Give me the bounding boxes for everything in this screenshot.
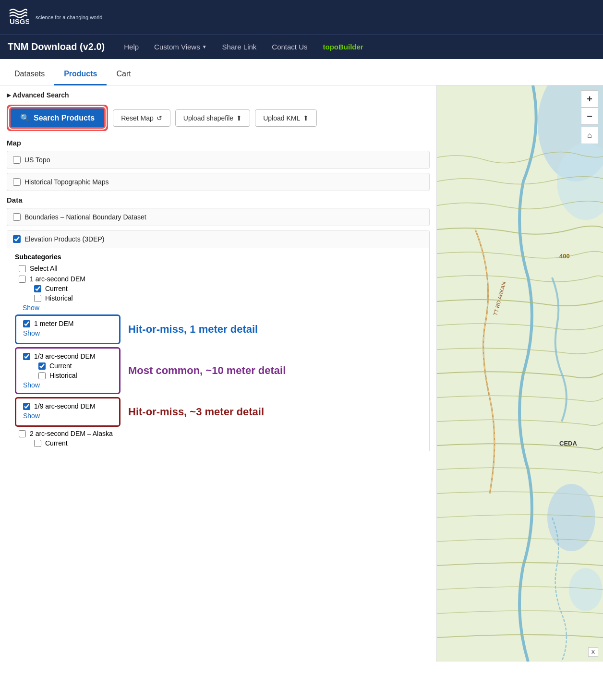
subcategories-title: Subcategories [15, 253, 422, 261]
tab-products[interactable]: Products [54, 65, 107, 85]
upload-icon: ⬆ [236, 114, 242, 122]
13arc-historical-label[interactable]: Historical [49, 372, 77, 379]
2arc-current-item: Current [34, 439, 422, 447]
navbar: TNM Download (v2.0) Help Custom Views ▼ … [0, 34, 603, 59]
search-products-button[interactable]: 🔍 Search Products [9, 107, 106, 129]
13arc-current-label[interactable]: Current [49, 362, 72, 370]
1meter-show-link[interactable]: Show [23, 329, 112, 337]
dataset-us-topo: US Topo [7, 151, 430, 169]
nav-custom-views[interactable]: Custom Views ▼ [146, 35, 215, 60]
national-boundary-checkbox[interactable] [13, 213, 21, 221]
data-section-header: Data [7, 196, 430, 204]
chevron-down-icon: ▼ [202, 44, 207, 49]
2-arc-alaska-checkbox[interactable] [19, 430, 26, 437]
elevation-products-box: Elevation Products (3DEP) Subcategories … [7, 230, 430, 452]
1-3-arc-dem-row: 1/3 arc-second DEM Current Historical [15, 347, 422, 394]
1-9-arc-dem-item: 1/9 arc-second DEM [23, 402, 112, 410]
1arc-current-item: Current [34, 285, 422, 292]
logo-icon: USGS [8, 5, 29, 29]
tab-datasets[interactable]: Datasets [5, 65, 54, 85]
dataset-national-boundary: Boundaries – National Boundary Dataset [7, 208, 430, 226]
reset-icon: ↺ [157, 114, 162, 122]
zoom-out-button[interactable]: − [581, 108, 598, 125]
map-section-header: Map [7, 139, 430, 147]
13arc-historical-item: Historical [38, 372, 112, 379]
logo-tagline: science for a changing world [36, 14, 102, 20]
2-arc-alaska-label[interactable]: 2 arc-second DEM – Alaska [30, 430, 113, 437]
search-icon: 🔍 [20, 113, 30, 122]
left-panel: Advanced Search 🔍 Search Products Reset … [0, 85, 437, 662]
us-topo-checkbox[interactable] [13, 156, 21, 164]
select-all-checkbox[interactable] [19, 265, 26, 272]
19arc-show-link[interactable]: Show [23, 412, 112, 420]
1-9-arc-dem-box: 1/9 arc-second DEM Show [15, 397, 121, 427]
1-3-arc-dem-title: 1/3 arc-second DEM [23, 352, 112, 360]
2-arc-alaska-title: 2 arc-second DEM – Alaska [19, 430, 422, 437]
1-3-arc-dem-checkbox[interactable] [23, 353, 30, 360]
1-arc-dem-checkbox[interactable] [19, 276, 26, 283]
1-meter-dem-label[interactable]: 1 meter DEM [34, 320, 73, 327]
us-topo-label[interactable]: US Topo [24, 156, 50, 164]
upload-kml-icon: ⬆ [303, 114, 309, 122]
logo-text-block: science for a changing world [36, 14, 102, 20]
home-button[interactable]: ⌂ [581, 127, 598, 144]
elevation-header: Elevation Products (3DEP) [7, 230, 429, 248]
nav-topo-builder[interactable]: topoBuilder [315, 35, 371, 60]
1-arc-dem-label[interactable]: 1 arc-second DEM [30, 275, 85, 283]
reset-map-button[interactable]: Reset Map ↺ [113, 109, 170, 127]
1arc-historical-label[interactable]: Historical [45, 294, 73, 302]
tabs-bar: Datasets Products Cart [0, 59, 603, 85]
1-9-arc-dem-row: 1/9 arc-second DEM Show Hit-or-miss, ~3 … [15, 397, 422, 427]
nav-contact-us[interactable]: Contact Us [264, 35, 315, 60]
upload-kml-button[interactable]: Upload KML ⬆ [255, 109, 317, 127]
map-controls: + − ⌂ [581, 90, 598, 144]
1-meter-dem-item: 1 meter DEM [23, 320, 112, 327]
13arc-historical-checkbox[interactable] [38, 372, 46, 379]
nav-title: TNM Download (v2.0) [8, 41, 105, 52]
1-9-arc-dem-checkbox[interactable] [23, 403, 30, 410]
1-3-arc-dem-label[interactable]: 1/3 arc-second DEM [34, 352, 96, 360]
13arc-current-checkbox[interactable] [38, 362, 46, 370]
2-arc-alaska-group: 2 arc-second DEM – Alaska Current [19, 430, 422, 447]
svg-point-8 [547, 484, 595, 551]
logo-area: USGS science for a changing world [8, 5, 102, 29]
advanced-search-toggle[interactable]: Advanced Search [7, 91, 430, 99]
1arc-show-link[interactable]: Show [23, 304, 422, 312]
1-9-arc-dem-label[interactable]: 1/9 arc-second DEM [34, 402, 96, 410]
button-row: 🔍 Search Products Reset Map ↺ Upload sha… [7, 105, 430, 131]
1arc-historical-checkbox[interactable] [34, 295, 41, 302]
svg-text:400: 400 [559, 253, 570, 260]
1-meter-dem-row: 1 meter DEM Show Hit-or-miss, 1 meter de… [15, 314, 422, 344]
2arc-current-checkbox[interactable] [34, 440, 41, 447]
svg-text:USGS: USGS [10, 17, 29, 25]
national-boundary-label[interactable]: Boundaries – National Boundary Dataset [24, 213, 146, 221]
1-meter-dem-box: 1 meter DEM Show [15, 314, 121, 344]
13arc-show-link[interactable]: Show [23, 381, 112, 389]
tab-cart[interactable]: Cart [107, 65, 140, 85]
2arc-current-label[interactable]: Current [45, 439, 68, 447]
historical-topo-label[interactable]: Historical Topographic Maps [24, 178, 109, 186]
upload-shapefile-button[interactable]: Upload shapefile ⬆ [175, 109, 250, 127]
main-container: Advanced Search 🔍 Search Products Reset … [0, 85, 603, 662]
elevation-3dep-label[interactable]: Elevation Products (3DEP) [24, 235, 105, 243]
map-panel[interactable]: TT RD ARKAN 400 CEDA + − ⌂ X [437, 85, 603, 662]
select-all-item: Select All [19, 265, 422, 272]
nav-help[interactable]: Help [116, 35, 146, 60]
1-3-arc-dem-children: Current Historical [35, 362, 112, 379]
historical-topo-checkbox[interactable] [13, 178, 21, 186]
select-all-label[interactable]: Select All [30, 265, 58, 272]
search-btn-wrapper: 🔍 Search Products [7, 105, 108, 131]
2-arc-alaska-children: Current [30, 439, 422, 447]
1-arc-dem-children: Current Historical [30, 285, 422, 302]
1arc-current-label[interactable]: Current [45, 285, 68, 292]
1arc-current-checkbox[interactable] [34, 285, 41, 292]
nav-share-link[interactable]: Share Link [215, 35, 265, 60]
1arc-historical-item: Historical [34, 294, 422, 302]
1-arc-second-title: 1 arc-second DEM [19, 275, 422, 283]
1-arc-second-group: 1 arc-second DEM Current Historical Show [19, 275, 422, 312]
13arc-current-item: Current [38, 362, 112, 370]
elevation-3dep-checkbox[interactable] [13, 235, 21, 243]
zoom-in-button[interactable]: + [581, 90, 598, 108]
svg-text:CEDA: CEDA [559, 440, 577, 447]
1-meter-dem-checkbox[interactable] [23, 320, 30, 327]
